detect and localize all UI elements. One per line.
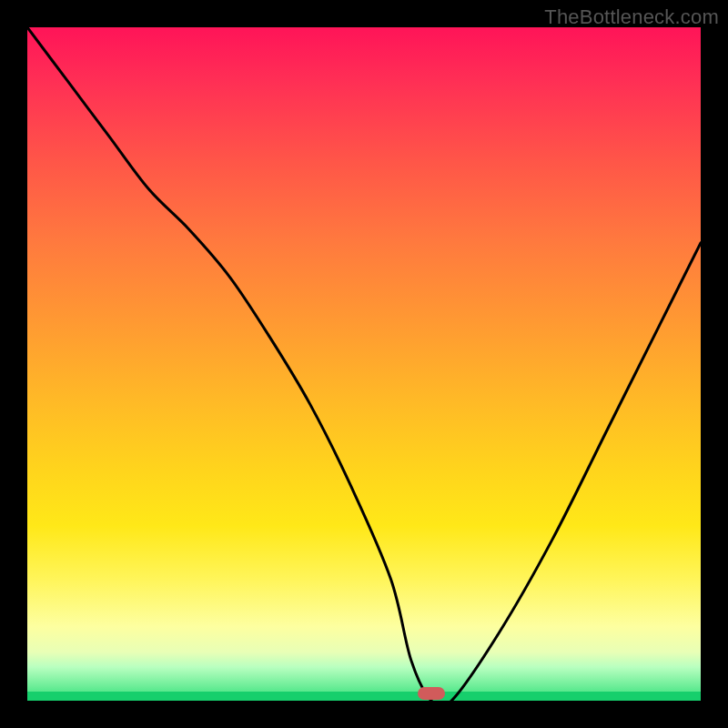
optimal-marker xyxy=(418,687,445,700)
plot-area xyxy=(27,27,701,701)
curve-path xyxy=(27,27,701,701)
watermark-text: TheBottleneck.com xyxy=(544,5,719,29)
chart-frame: TheBottleneck.com xyxy=(0,0,728,728)
bottleneck-curve xyxy=(27,27,701,701)
